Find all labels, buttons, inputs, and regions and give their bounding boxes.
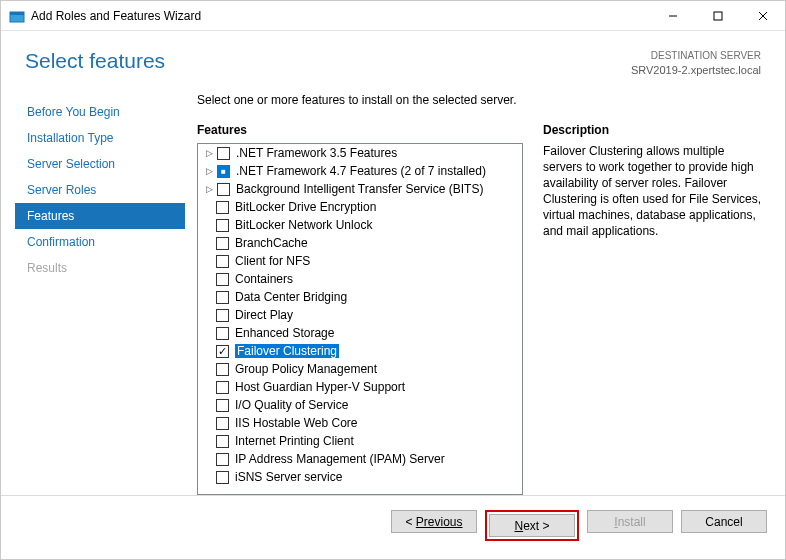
feature-label: Client for NFS xyxy=(235,254,310,268)
feature-label: Failover Clustering xyxy=(235,344,339,358)
feature-checkbox[interactable] xyxy=(216,237,229,250)
next-button[interactable]: Next > xyxy=(489,514,575,537)
feature-item[interactable]: Group Policy Management xyxy=(198,360,522,378)
feature-checkbox[interactable]: ■ xyxy=(217,165,230,178)
feature-checkbox[interactable] xyxy=(216,219,229,232)
sidebar-step-results: Results xyxy=(15,255,185,281)
sidebar-step-before-you-begin[interactable]: Before You Begin xyxy=(15,99,185,125)
expand-icon[interactable]: ▷ xyxy=(204,184,215,195)
next-button-highlight: Next > xyxy=(485,510,579,541)
description-text: Failover Clustering allows multiple serv… xyxy=(543,143,767,239)
feature-item[interactable]: Data Center Bridging xyxy=(198,288,522,306)
destination-info: DESTINATION SERVER SRV2019-2.xpertstec.l… xyxy=(631,49,761,77)
feature-item[interactable]: Failover Clustering xyxy=(198,342,522,360)
feature-label: Direct Play xyxy=(235,308,293,322)
feature-checkbox[interactable] xyxy=(216,363,229,376)
feature-item[interactable]: Containers xyxy=(198,270,522,288)
sidebar-step-installation-type[interactable]: Installation Type xyxy=(15,125,185,151)
feature-label: BranchCache xyxy=(235,236,308,250)
feature-label: I/O Quality of Service xyxy=(235,398,348,412)
feature-checkbox[interactable] xyxy=(217,183,230,196)
feature-item[interactable]: ▷.NET Framework 3.5 Features xyxy=(198,144,522,162)
expand-icon[interactable]: ▷ xyxy=(204,166,215,177)
feature-checkbox[interactable] xyxy=(216,417,229,430)
page-title: Select features xyxy=(25,49,165,73)
wizard-icon xyxy=(9,8,25,24)
feature-item[interactable]: IP Address Management (IPAM) Server xyxy=(198,450,522,468)
feature-item[interactable]: iSNS Server service xyxy=(198,468,522,486)
feature-label: iSNS Server service xyxy=(235,470,342,484)
sidebar-step-server-selection[interactable]: Server Selection xyxy=(15,151,185,177)
feature-label: .NET Framework 4.7 Features (2 of 7 inst… xyxy=(236,164,486,178)
footer: < Previous Next > Install Cancel xyxy=(1,495,785,555)
feature-label: .NET Framework 3.5 Features xyxy=(236,146,397,160)
feature-label: Containers xyxy=(235,272,293,286)
feature-checkbox[interactable] xyxy=(216,327,229,340)
feature-label: IIS Hostable Web Core xyxy=(235,416,358,430)
sidebar-step-server-roles[interactable]: Server Roles xyxy=(15,177,185,203)
feature-checkbox[interactable] xyxy=(216,309,229,322)
feature-label: Host Guardian Hyper-V Support xyxy=(235,380,405,394)
features-listbox[interactable]: ▷.NET Framework 3.5 Features▷■.NET Frame… xyxy=(197,143,523,495)
feature-checkbox[interactable] xyxy=(216,435,229,448)
sidebar: Before You BeginInstallation TypeServer … xyxy=(15,93,185,495)
destination-server: SRV2019-2.xpertstec.local xyxy=(631,63,761,77)
feature-item[interactable]: BitLocker Network Unlock xyxy=(198,216,522,234)
instruction-text: Select one or more features to install o… xyxy=(197,93,767,107)
feature-label: Internet Printing Client xyxy=(235,434,354,448)
header: Select features DESTINATION SERVER SRV20… xyxy=(1,31,785,85)
feature-label: Group Policy Management xyxy=(235,362,377,376)
feature-checkbox[interactable] xyxy=(217,147,230,160)
feature-item[interactable]: IIS Hostable Web Core xyxy=(198,414,522,432)
feature-label: IP Address Management (IPAM) Server xyxy=(235,452,445,466)
svg-rect-3 xyxy=(714,12,722,20)
feature-label: Background Intelligent Transfer Service … xyxy=(236,182,483,196)
install-button[interactable]: Install xyxy=(587,510,673,533)
titlebar: Add Roles and Features Wizard xyxy=(1,1,785,31)
feature-checkbox[interactable] xyxy=(216,291,229,304)
expand-icon[interactable]: ▷ xyxy=(204,148,215,159)
minimize-button[interactable] xyxy=(650,1,695,30)
feature-checkbox[interactable] xyxy=(216,381,229,394)
feature-item[interactable]: ▷■.NET Framework 4.7 Features (2 of 7 in… xyxy=(198,162,522,180)
features-heading: Features xyxy=(197,123,523,137)
feature-item[interactable]: Internet Printing Client xyxy=(198,432,522,450)
feature-checkbox[interactable] xyxy=(216,399,229,412)
svg-rect-1 xyxy=(10,12,24,15)
feature-checkbox[interactable] xyxy=(216,471,229,484)
feature-checkbox[interactable] xyxy=(216,345,229,358)
description-heading: Description xyxy=(543,123,767,137)
window-title: Add Roles and Features Wizard xyxy=(31,9,650,23)
destination-label: DESTINATION SERVER xyxy=(631,49,761,63)
sidebar-step-confirmation[interactable]: Confirmation xyxy=(15,229,185,255)
feature-item[interactable]: Direct Play xyxy=(198,306,522,324)
feature-item[interactable]: ▷Background Intelligent Transfer Service… xyxy=(198,180,522,198)
feature-item[interactable]: Enhanced Storage xyxy=(198,324,522,342)
previous-button[interactable]: < Previous xyxy=(391,510,477,533)
feature-item[interactable]: Host Guardian Hyper-V Support xyxy=(198,378,522,396)
feature-checkbox[interactable] xyxy=(216,453,229,466)
feature-label: Enhanced Storage xyxy=(235,326,334,340)
feature-item[interactable]: I/O Quality of Service xyxy=(198,396,522,414)
feature-checkbox[interactable] xyxy=(216,201,229,214)
feature-checkbox[interactable] xyxy=(216,273,229,286)
feature-label: BitLocker Network Unlock xyxy=(235,218,372,232)
feature-item[interactable]: BitLocker Drive Encryption xyxy=(198,198,522,216)
feature-item[interactable]: BranchCache xyxy=(198,234,522,252)
close-button[interactable] xyxy=(740,1,785,30)
feature-label: Data Center Bridging xyxy=(235,290,347,304)
feature-checkbox[interactable] xyxy=(216,255,229,268)
feature-item[interactable]: Client for NFS xyxy=(198,252,522,270)
feature-label: BitLocker Drive Encryption xyxy=(235,200,376,214)
cancel-button[interactable]: Cancel xyxy=(681,510,767,533)
sidebar-step-features[interactable]: Features xyxy=(15,203,185,229)
maximize-button[interactable] xyxy=(695,1,740,30)
